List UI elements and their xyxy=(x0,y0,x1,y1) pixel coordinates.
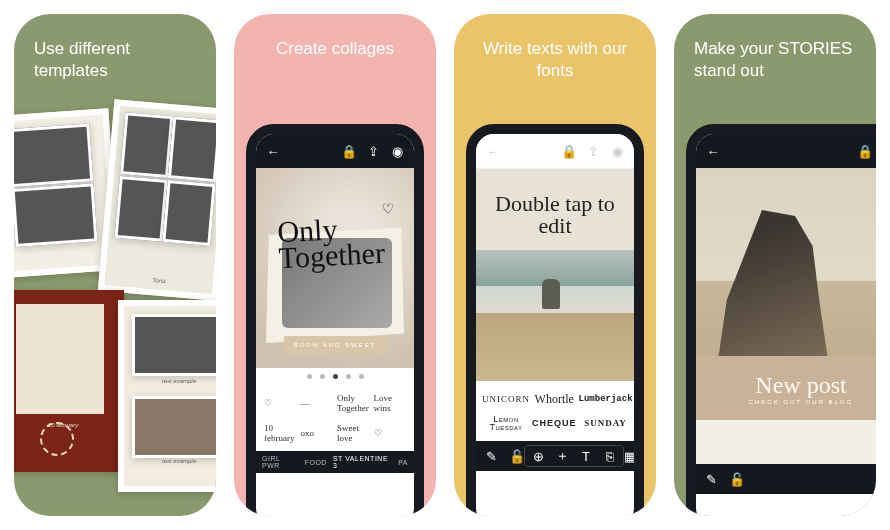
font-option[interactable]: SUNDAY xyxy=(579,418,633,428)
tab[interactable]: FOOD xyxy=(305,459,327,466)
showcase-panel-fonts: Write texts with our fonts ← 🔒 ⇪ ◉ Doubl… xyxy=(454,14,656,516)
back-icon[interactable]: ← xyxy=(706,144,720,158)
lock-icon[interactable]: 🔒 xyxy=(858,144,872,158)
panel-title: Use different templates xyxy=(24,38,216,82)
phone-mockup: ← 🔒 ⇪ New post CHECK OUT OUR BLOG ✎ 🔓 xyxy=(686,124,876,516)
sticker[interactable]: oxo xyxy=(301,428,334,438)
template-icon[interactable]: ▦ xyxy=(624,449,636,463)
font-option[interactable]: CHEQUE xyxy=(532,418,577,428)
showcase-panel-stories: Make your STORIES stand out ← 🔒 ⇪ New po… xyxy=(674,14,876,516)
photo-subject xyxy=(542,279,560,309)
page-dots xyxy=(256,368,414,385)
lock-icon[interactable]: 🔒 xyxy=(342,144,356,158)
copy-icon[interactable]: ⎘ xyxy=(603,449,617,463)
panel-title: Create collages xyxy=(234,38,436,60)
export-icon[interactable]: ⇪ xyxy=(366,144,380,158)
font-option[interactable]: Whortle xyxy=(532,392,577,407)
sticker[interactable]: Sweet love xyxy=(337,423,370,443)
instagram-icon[interactable]: ◉ xyxy=(390,144,404,158)
editor-canvas[interactable]: Double tap to edit xyxy=(476,169,634,381)
editor-canvas[interactable]: Only Together ♡ SOON AND SWEET xyxy=(256,168,414,368)
unlock-icon[interactable]: 🔓 xyxy=(510,449,524,463)
caption-main: New post xyxy=(755,372,846,399)
editable-text[interactable]: Double tap to edit xyxy=(476,193,634,237)
editor-topbar: ← 🔒 ⇪ xyxy=(696,134,876,168)
panel-title: Write texts with our fonts xyxy=(454,38,656,82)
sticker-tray[interactable]: ♡ — Only Together Love wins 10 february … xyxy=(256,385,414,451)
canvas-overlay-text: Only Together ♡ xyxy=(277,213,405,271)
back-icon[interactable]: ← xyxy=(266,144,280,158)
font-option[interactable]: UNICORN xyxy=(482,394,530,404)
editor-toolbar: ✎ 🔓 xyxy=(696,464,876,494)
editor-toolbar: ✎ 🔓 ⊕ ＋ T ⎘ ▦ xyxy=(476,441,634,471)
brush-icon[interactable]: ✎ xyxy=(484,449,498,463)
sticker[interactable]: Love wins xyxy=(374,393,407,413)
editor-topbar: ← 🔒 ⇪ ◉ xyxy=(476,134,634,169)
caption-sub: CHECK OUT OUR BLOG xyxy=(749,399,854,405)
add-icon[interactable]: ＋ xyxy=(555,449,569,463)
brush-icon[interactable]: ✎ xyxy=(704,472,718,486)
thumbnail-strip[interactable] xyxy=(696,420,876,464)
add-image-icon[interactable]: ⊕ xyxy=(531,449,545,463)
sticker[interactable]: ♡ xyxy=(264,398,297,408)
panel-title: Make your STORIES stand out xyxy=(684,38,876,82)
tab[interactable]: GIRL PWR xyxy=(262,455,299,469)
tab[interactable]: PA xyxy=(398,459,408,466)
text-icon[interactable]: T xyxy=(579,449,593,463)
sample-label: text example xyxy=(124,378,216,384)
sticker[interactable]: 10 february xyxy=(264,423,297,443)
tab[interactable]: ST VALENTINE 3 xyxy=(333,455,392,469)
template-collage: Torst 10 february text example test exam… xyxy=(14,94,216,516)
editor-canvas[interactable]: New post CHECK OUT OUR BLOG xyxy=(696,168,876,420)
story-caption-band: New post CHECK OUT OUR BLOG xyxy=(696,356,876,420)
sticker[interactable]: Only Together xyxy=(337,393,370,413)
sticker-category-tabs[interactable]: GIRL PWR FOOD ST VALENTINE 3 PA xyxy=(256,451,414,473)
phone-mockup: ← 🔒 ⇪ ◉ Only Together ♡ SOON AND SWEET ♡… xyxy=(246,124,424,516)
sticker[interactable]: ♡ xyxy=(374,428,407,438)
instagram-icon[interactable]: ◉ xyxy=(610,144,624,158)
font-picker[interactable]: UNICORN Whortle Lumberjack Lemon Tuesday… xyxy=(476,381,634,441)
unlock-icon[interactable]: 🔓 xyxy=(730,472,744,486)
sample-label: Torst xyxy=(105,273,213,288)
showcase-panel-templates: Use different templates Torst 10 februar… xyxy=(14,14,216,516)
caption-strip: SOON AND SWEET xyxy=(284,336,386,354)
font-option[interactable]: Lumberjack xyxy=(579,394,633,404)
sticker[interactable]: — xyxy=(301,398,334,408)
font-option[interactable]: Lemon Tuesday xyxy=(482,415,530,431)
sample-label: test example xyxy=(124,458,216,464)
lock-icon[interactable]: 🔒 xyxy=(562,144,576,158)
phone-mockup: ← 🔒 ⇪ ◉ Double tap to edit UNICORN Whort… xyxy=(466,124,644,516)
showcase-panel-collages: Create collages ← 🔒 ⇪ ◉ Only Together ♡ … xyxy=(234,14,436,516)
back-icon[interactable]: ← xyxy=(486,144,500,158)
export-icon[interactable]: ⇪ xyxy=(586,144,600,158)
editor-topbar: ← 🔒 ⇪ ◉ xyxy=(256,134,414,168)
